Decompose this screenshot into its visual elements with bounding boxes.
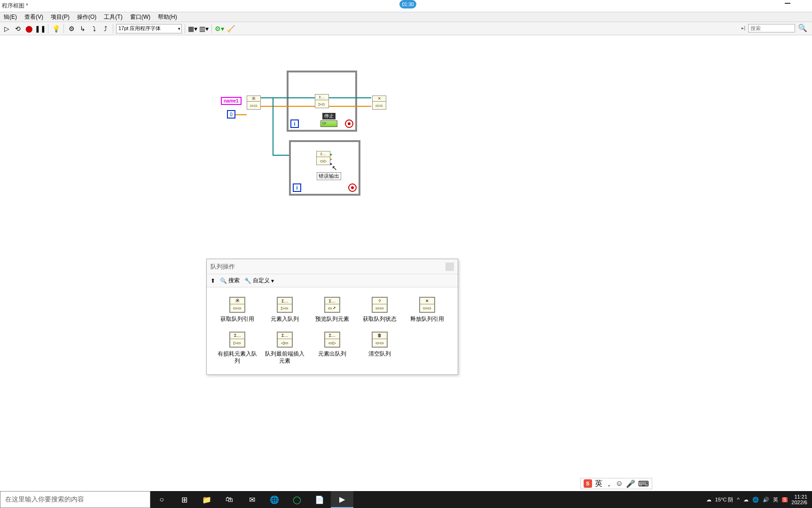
tray-network-icon[interactable]: 🌐 — [752, 497, 759, 503]
menu-help[interactable]: 帮助(H) — [154, 13, 181, 21]
app-icon[interactable]: 📄 — [308, 491, 331, 508]
cleanup-button[interactable]: 🧹 — [226, 24, 235, 33]
tray-date: 2022/6 — [791, 500, 807, 505]
palette-item-enqueue[interactable]: Σ…▷▭元素入队列 — [264, 297, 306, 323]
abort-button[interactable]: ⬤ — [24, 24, 34, 33]
palette-close-button[interactable] — [445, 262, 454, 271]
ime-mic-icon[interactable]: 🎤 — [626, 479, 635, 488]
edge-icon[interactable]: 🌐 — [263, 491, 286, 508]
output-terminal-icon: ▸ — [330, 152, 333, 157]
palette-header[interactable]: 队列操作 — [207, 259, 458, 274]
palette-search-button[interactable]: 🔍 搜索 — [220, 277, 240, 285]
menu-view[interactable]: 查看(V) — [21, 13, 47, 21]
palette-item-preview[interactable]: Σ…▭↗预览队列元素 — [311, 297, 354, 323]
search-box: ▸| 🔍 — [742, 24, 807, 32]
step-into-button[interactable]: ↳ — [78, 24, 87, 33]
wire — [261, 106, 287, 107]
labview-icon[interactable]: ▶ — [331, 491, 353, 508]
palette-item-lossy-enqueue[interactable]: Σ…▷▭有损耗元素入队列 — [216, 332, 259, 365]
menu-project[interactable]: 项目(P) — [47, 13, 73, 21]
tray-clock[interactable]: 11:21 2022/6 — [791, 494, 807, 505]
sogou-tray-icon[interactable]: S — [782, 497, 788, 502]
obtain-queue-node[interactable]: 米 ▭▭ — [247, 95, 261, 110]
palette-body: 米▭▭获取队列引用 Σ…▷▭元素入队列 Σ…▭↗预览队列元素 ?▭▭获取队列状态… — [207, 287, 458, 374]
cursor-icon: ↖ — [332, 164, 337, 172]
enqueue-element-node[interactable]: Σ… ▷▭ — [315, 94, 329, 108]
queue-glyph-icon: ✕ — [373, 96, 386, 102]
sogou-icon[interactable]: S — [584, 479, 592, 488]
separator — [63, 24, 64, 33]
wire-ref — [273, 97, 273, 156]
wire — [235, 114, 247, 115]
palette-item-dequeue[interactable]: Σ…▭▷元素出队列 — [311, 332, 354, 365]
palette-item-obtain-queue[interactable]: 米▭▭获取队列引用 — [216, 297, 259, 323]
search-input[interactable] — [748, 24, 795, 32]
weather-icon[interactable]: ☁ — [706, 497, 711, 503]
tray-expand-icon[interactable]: ^ — [737, 497, 740, 502]
loop-condition-terminal[interactable] — [348, 183, 357, 192]
tray-volume-icon[interactable]: 🔊 — [763, 497, 769, 503]
whatsapp-icon[interactable]: ◯ — [286, 491, 308, 508]
palette-item-flush[interactable]: 🗑▭▭清空队列 — [358, 332, 401, 365]
align-button[interactable]: ▦▾ — [188, 24, 197, 33]
pause-button[interactable]: ❚❚ — [36, 24, 45, 33]
string-control-name1[interactable]: name1 — [221, 97, 242, 105]
palette-customize-button[interactable]: 🔧 自定义▾ — [244, 277, 274, 285]
taskbar-search[interactable]: 在这里输入你要搜索的内容 — [0, 491, 150, 508]
loop-iteration-terminal: i — [290, 119, 299, 128]
stop-button-control[interactable]: 停止 — [320, 113, 337, 127]
cortana-icon[interactable]: ○ — [150, 491, 173, 508]
numeric-constant-zero[interactable]: 0 — [227, 110, 235, 119]
ime-emoji-icon[interactable]: ☺ — [616, 479, 623, 488]
search-nav-icon[interactable]: ▸| — [742, 25, 745, 31]
while-loop-consumer[interactable]: i — [289, 140, 360, 196]
palette-title: 队列操作 — [211, 262, 235, 271]
functions-palette[interactable]: 队列操作 ⬆ 🔍 搜索 🔧 自定义▾ 米▭▭获取队列引用 Σ…▷▭元素入队列 Σ… — [206, 259, 458, 375]
minimize-button[interactable] — [785, 3, 790, 4]
store-icon[interactable]: 🛍 — [218, 491, 241, 508]
retain-wire-button[interactable]: ⚙ — [67, 24, 76, 33]
taskview-icon[interactable]: ⊞ — [173, 491, 195, 508]
mail-icon[interactable]: ✉ — [241, 491, 263, 508]
ime-keyboard-icon[interactable]: ⌨ — [638, 479, 649, 488]
tray-onedrive-icon[interactable]: ☁ — [743, 497, 749, 503]
menu-edit[interactable]: 辑(E) — [0, 13, 21, 21]
menu-window[interactable]: 窗口(W) — [126, 13, 154, 21]
queue-body-icon: ▭▭ — [373, 102, 386, 109]
queue-body-icon: ▭▷ — [317, 157, 330, 165]
wire-ref — [287, 97, 315, 98]
queue-glyph-icon: 米 — [247, 96, 260, 102]
palette-item-release[interactable]: ✕▭▭释放队列引用 — [406, 297, 448, 323]
run-button[interactable]: ▷ — [2, 24, 11, 33]
loop-condition-terminal[interactable] — [345, 119, 353, 128]
tray-ime-lang[interactable]: 英 — [773, 496, 778, 503]
weather-text[interactable]: 15°C 阴 — [715, 496, 734, 503]
palette-item-status[interactable]: ?▭▭获取队列状态 — [358, 297, 401, 323]
distribute-button[interactable]: ▥▾ — [199, 24, 209, 33]
video-time-badge: 01:30 — [399, 0, 416, 8]
separator — [211, 24, 212, 33]
palette-item-enqueue-front[interactable]: Σ…◁▭队列最前端插入元素 — [264, 332, 306, 365]
explorer-icon[interactable]: 📁 — [195, 491, 218, 508]
wire — [287, 106, 315, 107]
reorder-button[interactable]: ⚙▾ — [215, 24, 224, 33]
block-diagram-canvas[interactable]: name1 0 米 ▭▭ i Σ… ▷▭ 停止 ✕ ▭▭ i Σ… ▭▷ — [0, 35, 812, 494]
queue-body-icon: ▷▭ — [315, 100, 328, 108]
palette-up-button[interactable]: ⬆ — [211, 278, 215, 284]
dequeue-element-node[interactable]: Σ… ▭▷ — [316, 151, 330, 165]
menu-tools[interactable]: 工具(T) — [100, 13, 126, 21]
wire-ref — [261, 97, 287, 98]
highlight-exec-button[interactable]: 💡 — [51, 24, 61, 33]
system-tray: ☁ 15°C 阴 ^ ☁ 🌐 🔊 英 S 11:21 2022/6 — [702, 494, 812, 505]
ime-lang[interactable]: 英 — [595, 479, 602, 489]
step-out-button[interactable]: ⤴ — [101, 24, 110, 33]
run-continuous-button[interactable]: ⟲ — [13, 24, 23, 33]
ime-toolbar[interactable]: S 英 ， ☺ 🎤 ⌨ — [580, 478, 652, 489]
search-icon[interactable]: 🔍 — [798, 24, 807, 32]
release-queue-node[interactable]: ✕ ▭▭ — [372, 95, 386, 110]
menu-operate[interactable]: 操作(O) — [73, 13, 100, 21]
font-selector[interactable]: 17pt 应用程序字体 — [116, 24, 182, 33]
output-terminal-icon: ▸ — [330, 157, 333, 161]
step-over-button[interactable]: ⤵ — [89, 24, 99, 33]
ime-punct-icon[interactable]: ， — [605, 479, 613, 489]
